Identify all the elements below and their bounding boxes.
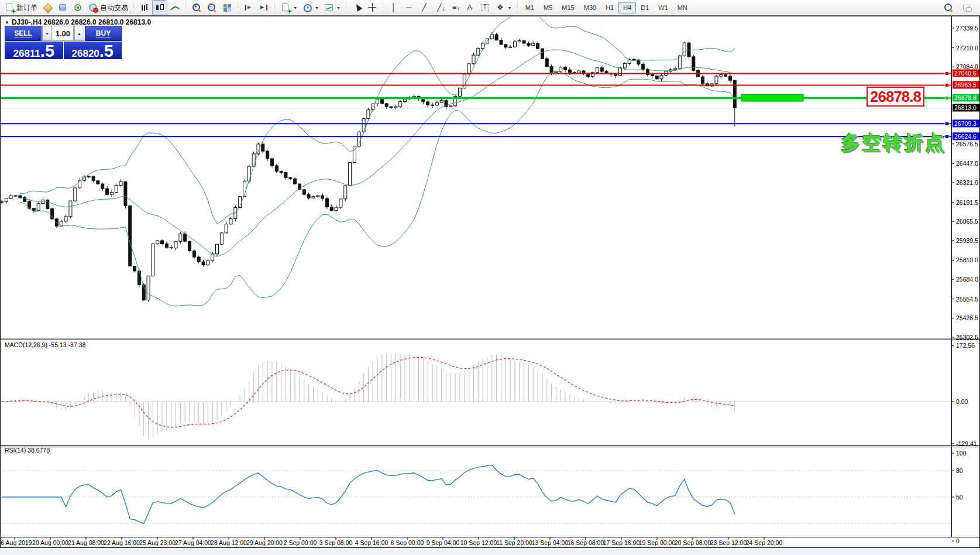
new-chart-button[interactable]: ▼ (278, 0, 300, 15)
text-button[interactable]: A (462, 0, 477, 15)
time-tick-label: 16 Aug 2019 (0, 539, 32, 546)
buy-price[interactable]: 26820.5 (64, 42, 122, 59)
signals-button[interactable] (70, 0, 85, 15)
dropdown-caret-icon: ▼ (293, 6, 297, 10)
candlestick-chart-button[interactable] (152, 0, 167, 15)
price-tick-label: 27210.0 (956, 44, 978, 52)
horizontal-line-button[interactable]: ─ (401, 0, 417, 15)
bar-chart-button[interactable] (137, 0, 152, 15)
sell-price[interactable]: 26811.5 (5, 42, 63, 59)
templates-button[interactable]: ▼ (321, 0, 343, 15)
search-button[interactable] (941, 0, 956, 15)
time-tick-label: 9 Sep 04:00 (427, 539, 460, 546)
hline-handle[interactable] (945, 96, 949, 100)
sell-price-frac: .5 (40, 43, 54, 59)
toolbar-separator (236, 2, 239, 13)
trendline-icon: ╱ (419, 2, 429, 13)
one-click-trading-panel: SELL ▼ 1.00 ▲ BUY 26811.5 26820.5 (5, 26, 122, 59)
timeframe-h4[interactable]: H4 (618, 2, 636, 13)
search-icon (943, 2, 954, 13)
new-order-icon (4, 2, 15, 13)
hline-price-label-text: 27040.6 (954, 70, 976, 77)
trendline-button[interactable]: ╱ (417, 0, 432, 15)
time-tick-label: 21 Aug 08:00 (68, 539, 104, 546)
highlight-zone[interactable] (741, 94, 803, 101)
timeframe-d1[interactable]: D1 (636, 2, 654, 13)
crosshair-button[interactable] (365, 0, 380, 15)
time-tick-label: 6 Sep 00:00 (391, 539, 424, 546)
macd-pane-label: MACD(12,26,9) -55.13 -37.38 (5, 341, 85, 348)
time-tick-label: 13 Sep 04:00 (532, 539, 569, 546)
bar-chart-icon (139, 2, 150, 13)
hline-handle[interactable] (945, 122, 949, 125)
periods-button[interactable]: ▼ (300, 0, 321, 15)
price-tick-label: 26321.0 (956, 179, 978, 186)
fibonacci-button[interactable]: ≡F (447, 0, 462, 15)
toolbar-separator (132, 2, 135, 13)
chart-symbol-header: ▲DJ30-,H4 26826.0 26826.0 26810.0 26813.… (5, 18, 151, 26)
hline-price-label-text: 26878.8 (954, 94, 976, 101)
hline-handle[interactable] (945, 71, 949, 75)
hline-price-label-text: 26709.3 (954, 120, 976, 127)
timeframe-m5[interactable]: M5 (539, 2, 557, 13)
time-tick-label: 28 Aug 12:00 (211, 539, 247, 546)
new-order-button[interactable]: 新订单 (2, 0, 40, 15)
metaeditor-button[interactable] (40, 0, 55, 15)
price-tick-label: 27084.0 (956, 63, 978, 70)
auto-scroll-button[interactable] (241, 0, 256, 15)
zoom-out-icon: − (207, 2, 217, 13)
equidistant-channel-button[interactable]: ╱E (432, 0, 447, 15)
timeframe-mn[interactable]: MN (673, 2, 692, 13)
chart-canvas[interactable]: 27339.527210.027084.026576.526447.026321… (0, 0, 980, 555)
timeframe-m30[interactable]: M30 (579, 2, 601, 13)
dropdown-caret-icon: ▼ (508, 6, 512, 10)
buy-button[interactable]: BUY (85, 26, 122, 41)
macd-tick-label: -129.41 (956, 440, 977, 447)
market-watch-button[interactable] (55, 0, 70, 15)
text-icon: A (465, 2, 475, 13)
volume-increase-button[interactable]: ▲ (74, 26, 84, 41)
timeframe-h1[interactable]: H1 (601, 2, 618, 13)
time-tick-label: 20 Aug 00:00 (32, 539, 68, 546)
signals-icon (73, 2, 83, 13)
zoom-out-button[interactable]: − (204, 0, 219, 15)
line-chart-button[interactable] (167, 0, 183, 15)
new-order-label: 新订单 (16, 3, 37, 13)
macd-tick-label: 172.56 (956, 342, 975, 349)
timeframe-m15[interactable]: M15 (557, 2, 579, 13)
rsi-tick-label: 80 (956, 467, 963, 474)
rsi-tick-label: 100 (956, 450, 967, 457)
chart-shift-icon (259, 2, 269, 13)
rsi-tick-label: 0 (956, 537, 960, 544)
chat-button[interactable] (960, 0, 975, 15)
line-chart-icon (170, 2, 180, 13)
time-tick-label: 16 Sep 08:00 (568, 539, 604, 546)
text-label-button[interactable]: T (477, 0, 493, 15)
hline-handle[interactable] (945, 83, 949, 87)
volume-input[interactable]: 1.00 (53, 26, 74, 41)
tile-windows-button[interactable] (219, 0, 235, 15)
vertical-line-button[interactable]: │ (386, 0, 401, 15)
sell-button[interactable]: SELL (5, 26, 42, 41)
time-tick-label: 4 Sep 16:00 (355, 539, 388, 546)
time-tick-label: 11 Sep 20:00 (496, 539, 532, 546)
rsi-pane-label: RSI(14) 38.6778 (5, 447, 50, 454)
chart-shift-button[interactable] (256, 0, 271, 15)
collapse-arrow-icon[interactable]: ▲ (5, 19, 9, 25)
timeframe-w1[interactable]: W1 (654, 2, 673, 13)
text-label-icon: T (480, 2, 490, 13)
symbol-ohlc-text: DJ30-,H4 26826.0 26826.0 26810.0 26813.0 (12, 18, 151, 26)
timeframe-m1[interactable]: M1 (521, 2, 539, 13)
arrows-button[interactable]: ❖▼ (493, 0, 514, 15)
toolbar-separator (273, 2, 276, 13)
volume-decrease-button[interactable]: ▼ (42, 26, 52, 41)
hline-price-label-text: 26624.6 (954, 133, 976, 140)
toolbar-right-group (941, 0, 978, 15)
cursor-arrow-button[interactable] (349, 0, 365, 15)
chat-icon (962, 2, 972, 13)
metaeditor-icon (42, 2, 53, 13)
vertical-line-icon: │ (388, 2, 399, 13)
zoom-in-button[interactable]: + (189, 0, 204, 15)
price-callout-box[interactable]: 26878.8 (866, 87, 924, 107)
autotrading-button[interactable]: 自动交易 (85, 0, 130, 15)
